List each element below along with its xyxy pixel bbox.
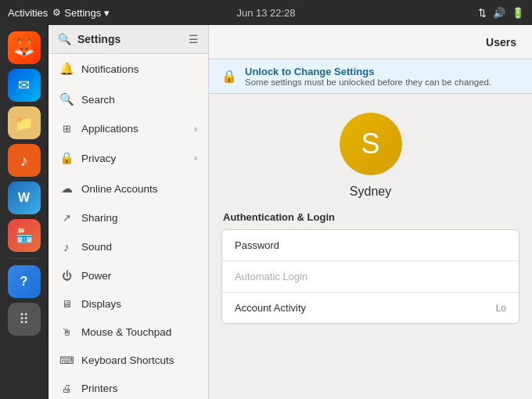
auth-row-autologin[interactable]: Automatic Login bbox=[222, 261, 519, 293]
sound-list-icon: ♪ bbox=[59, 240, 74, 253]
activity-label: Account Activity bbox=[235, 302, 306, 314]
content-area: Users 🔒 Unlock to Change Settings Some s… bbox=[209, 25, 532, 399]
dock: 🦊 ✉ 📁 ♪ W 🏪 ? ⠿ bbox=[0, 25, 49, 399]
displays-icon: 🖥 bbox=[59, 298, 74, 310]
auth-section-title: Authentication & Login bbox=[221, 211, 519, 223]
sidebar-header: 🔍 Settings ☰ bbox=[49, 25, 208, 54]
dock-thunderbird[interactable]: ✉ bbox=[8, 69, 41, 102]
sidebar-item-printers[interactable]: 🖨 Printers bbox=[49, 375, 208, 399]
sidebar-item-sharing[interactable]: ↗ Sharing bbox=[49, 204, 208, 232]
topbar-datetime: Jun 13 22:28 bbox=[236, 7, 295, 19]
settings-app-button[interactable]: ⚙ Settings ▾ bbox=[52, 7, 110, 19]
sidebar-item-search[interactable]: 🔍 Search bbox=[49, 84, 208, 115]
sidebar-item-label: Search bbox=[81, 94, 197, 106]
sidebar-item-notifications[interactable]: 🔔 Notifications bbox=[49, 54, 208, 84]
chevron-right-icon: › bbox=[194, 124, 197, 135]
power-icon: ⏻ bbox=[59, 270, 74, 282]
dock-help[interactable]: ? bbox=[8, 265, 41, 298]
auth-row-password[interactable]: Password bbox=[222, 230, 519, 261]
content-title: Users bbox=[486, 36, 516, 49]
unlock-text: Unlock to Change Settings Some settings … bbox=[245, 66, 491, 87]
notifications-icon: 🔔 bbox=[59, 62, 74, 76]
sidebar-item-displays[interactable]: 🖥 Displays bbox=[49, 290, 208, 318]
dock-software[interactable]: 🏪 bbox=[8, 219, 41, 252]
sharing-icon: ↗ bbox=[59, 212, 74, 224]
sidebar-item-label: Applications bbox=[81, 123, 186, 135]
dock-libreoffice[interactable]: W bbox=[8, 182, 41, 214]
sidebar-item-label: Privacy bbox=[81, 153, 186, 164]
autologin-label: Automatic Login bbox=[235, 271, 307, 282]
hamburger-button[interactable]: ☰ bbox=[189, 33, 199, 45]
user-section: S Sydney bbox=[209, 94, 532, 211]
network-icon: ⇅ bbox=[478, 7, 487, 19]
dock-separator bbox=[10, 258, 38, 259]
sidebar-items: 🔔 Notifications 🔍 Search ⊞ Applications … bbox=[49, 54, 208, 399]
sidebar-item-label: Notifications bbox=[81, 63, 197, 75]
content-header: Users bbox=[209, 25, 532, 59]
activity-value: Lo bbox=[496, 303, 506, 314]
activities-button[interactable]: Activities bbox=[8, 7, 48, 19]
applications-icon: ⊞ bbox=[59, 123, 74, 135]
sidebar-item-label: Sharing bbox=[81, 212, 197, 224]
privacy-icon: 🔒 bbox=[59, 151, 74, 165]
printers-icon: 🖨 bbox=[59, 383, 74, 394]
sidebar-item-label: Mouse & Touchpad bbox=[81, 326, 197, 338]
search-list-icon: 🔍 bbox=[59, 92, 74, 106]
password-label: Password bbox=[235, 239, 279, 251]
mouse-icon: 🖱 bbox=[59, 326, 74, 338]
keyboard-icon: ⌨ bbox=[59, 354, 74, 366]
topbar-right: ⇅ 🔊 🔋 bbox=[478, 7, 524, 19]
main-container: 🦊 ✉ 📁 ♪ W 🏪 ? ⠿ 🔍 Settings ☰ 🔔 Notificat… bbox=[0, 25, 532, 399]
sidebar-item-label: Power bbox=[81, 270, 197, 282]
auth-section: Authentication & Login Password Automati… bbox=[209, 211, 532, 324]
battery-icon: 🔋 bbox=[512, 7, 524, 19]
unlock-title: Unlock to Change Settings bbox=[245, 66, 491, 77]
chevron-right-icon: › bbox=[194, 153, 197, 164]
unlock-subtitle: Some settings must be unlocked before th… bbox=[245, 77, 491, 87]
sidebar-item-label: Keyboard Shortcuts bbox=[81, 354, 197, 366]
settings-panel: 🔍 Settings ☰ 🔔 Notifications 🔍 Search ⊞ … bbox=[49, 25, 532, 399]
dock-files[interactable]: 📁 bbox=[8, 106, 41, 139]
topbar-left: Activities ⚙ Settings ▾ bbox=[8, 7, 110, 19]
avatar-letter: S bbox=[361, 128, 379, 160]
sidebar-item-applications[interactable]: ⊞ Applications › bbox=[49, 115, 208, 143]
avatar[interactable]: S bbox=[340, 113, 402, 175]
sidebar: 🔍 Settings ☰ 🔔 Notifications 🔍 Search ⊞ … bbox=[49, 25, 209, 399]
sidebar-item-privacy[interactable]: 🔒 Privacy › bbox=[49, 143, 208, 174]
sound-icon[interactable]: 🔊 bbox=[493, 7, 505, 19]
auth-row-activity[interactable]: Account Activity Lo bbox=[222, 293, 519, 323]
sidebar-item-label: Printers bbox=[81, 383, 197, 394]
sidebar-item-label: Displays bbox=[81, 298, 197, 310]
auth-card: Password Automatic Login Account Activit… bbox=[221, 229, 519, 324]
username: Sydney bbox=[350, 185, 391, 199]
sidebar-title: Settings bbox=[77, 33, 182, 45]
dock-rhythmbox[interactable]: ♪ bbox=[8, 144, 41, 177]
sidebar-item-power[interactable]: ⏻ Power bbox=[49, 262, 208, 290]
sidebar-item-mouse-touchpad[interactable]: 🖱 Mouse & Touchpad bbox=[49, 318, 208, 347]
sidebar-item-label: Sound bbox=[81, 241, 197, 253]
dock-more[interactable]: ⠿ bbox=[8, 303, 41, 336]
unlock-banner[interactable]: 🔒 Unlock to Change Settings Some setting… bbox=[209, 59, 532, 94]
online-accounts-icon: ☁ bbox=[59, 182, 74, 196]
dock-firefox[interactable]: 🦊 bbox=[8, 31, 41, 64]
lock-icon: 🔒 bbox=[221, 69, 237, 84]
sidebar-item-sound[interactable]: ♪ Sound bbox=[49, 232, 208, 262]
sidebar-item-online-accounts[interactable]: ☁ Online Accounts bbox=[49, 174, 208, 204]
search-icon: 🔍 bbox=[58, 33, 71, 45]
sidebar-item-keyboard-shortcuts[interactable]: ⌨ Keyboard Shortcuts bbox=[49, 347, 208, 375]
topbar: Activities ⚙ Settings ▾ Jun 13 22:28 ⇅ 🔊… bbox=[0, 0, 532, 25]
sidebar-item-label: Online Accounts bbox=[81, 183, 197, 195]
